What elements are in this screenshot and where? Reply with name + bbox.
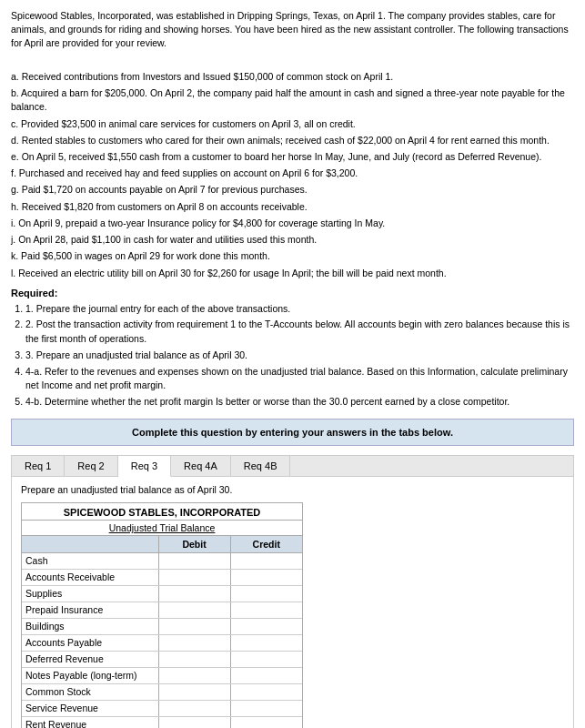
- credit-cell[interactable]: [230, 552, 302, 569]
- debit-cell[interactable]: [158, 700, 230, 716]
- table-row: Notes Payable (long-term): [22, 667, 302, 683]
- required-title: Required:: [11, 288, 574, 298]
- table-row: Common Stock: [22, 683, 302, 700]
- transaction-item-9: j. On April 28, paid $1,100 in cash for …: [11, 233, 574, 247]
- account-name-cell: Notes Payable (long-term): [22, 667, 158, 683]
- tab-content: Prepare an unadjusted trial balance as o…: [12, 477, 573, 728]
- debit-cell[interactable]: [158, 569, 230, 585]
- tab-req4a[interactable]: Req 4A: [171, 456, 231, 476]
- debit-cell[interactable]: [158, 618, 230, 634]
- table-row: Prepaid Insurance: [22, 602, 302, 618]
- required-item-4: 4-b. Determine whether the net profit ma…: [25, 395, 574, 410]
- tabs-container: Req 1Req 2Req 3Req 4AReq 4B Prepare an u…: [11, 455, 574, 728]
- account-name-cell: Accounts Receivable: [22, 569, 158, 585]
- transactions-list: a. Received contributions from Investors…: [11, 70, 574, 280]
- account-name-cell: Deferred Revenue: [22, 651, 158, 667]
- tab-req2[interactable]: Req 2: [65, 456, 117, 476]
- credit-cell[interactable]: [230, 683, 302, 700]
- transaction-item-5: f. Purchased and received hay and feed s…: [11, 167, 574, 180]
- table-row: Supplies: [22, 585, 302, 602]
- header-debit: Debit: [158, 536, 230, 553]
- debit-cell[interactable]: [158, 716, 230, 728]
- tb-company-name: SPICEWOOD STABLES, INCORPORATED: [22, 503, 302, 521]
- trial-balance-wrapper: SPICEWOOD STABLES, INCORPORATED Unadjust…: [21, 502, 303, 728]
- debit-cell[interactable]: [158, 602, 230, 618]
- debit-cell[interactable]: [158, 651, 230, 667]
- account-name-cell: Service Revenue: [22, 700, 158, 716]
- header-account: [22, 536, 158, 553]
- table-row: Rent Revenue: [22, 716, 302, 728]
- credit-cell[interactable]: [230, 602, 302, 618]
- spacer: [11, 54, 574, 67]
- required-item-1: 2. Post the transaction activity from re…: [25, 318, 574, 347]
- transaction-item-4: e. On April 5, received $1,550 cash from…: [11, 150, 574, 164]
- table-header-row: Debit Credit: [22, 536, 302, 553]
- account-name-cell: Rent Revenue: [22, 716, 158, 728]
- trial-balance-table: Debit Credit CashAccounts ReceivableSupp…: [22, 536, 302, 728]
- required-item-3: 4-a. Refer to the revenues and expenses …: [25, 365, 574, 394]
- credit-cell[interactable]: [230, 667, 302, 683]
- debit-cell[interactable]: [158, 585, 230, 602]
- account-name-cell: Supplies: [22, 585, 158, 602]
- account-name-cell: Buildings: [22, 618, 158, 634]
- account-name-cell: Cash: [22, 552, 158, 569]
- transaction-item-8: i. On April 9, prepaid a two-year Insura…: [11, 217, 574, 230]
- credit-cell[interactable]: [230, 634, 302, 651]
- table-row: Buildings: [22, 618, 302, 634]
- credit-cell[interactable]: [230, 618, 302, 634]
- header-credit: Credit: [230, 536, 302, 553]
- tab-req4b[interactable]: Req 4B: [231, 456, 291, 476]
- table-row: Cash: [22, 552, 302, 569]
- complete-box: Complete this question by entering your …: [11, 419, 574, 446]
- transaction-item-1: b. Acquired a barn for $205,000. On Apri…: [11, 86, 574, 114]
- account-name-cell: Prepaid Insurance: [22, 602, 158, 618]
- intro-paragraph1: Spicewood Stables, Incorporated, was est…: [11, 9, 574, 51]
- tab-req1[interactable]: Req 1: [12, 456, 65, 476]
- transaction-item-10: k. Paid $6,500 in wages on April 29 for …: [11, 249, 574, 263]
- intro-text: Spicewood Stables, Incorporated, was est…: [11, 9, 574, 280]
- required-list: 1. Prepare the journal entry for each of…: [25, 302, 574, 410]
- table-row: Accounts Receivable: [22, 569, 302, 585]
- account-name-cell: Accounts Payable: [22, 634, 158, 651]
- table-row: Deferred Revenue: [22, 651, 302, 667]
- debit-cell[interactable]: [158, 683, 230, 700]
- tb-title: Unadjusted Trial Balance: [22, 521, 302, 536]
- debit-cell[interactable]: [158, 634, 230, 651]
- transaction-item-0: a. Received contributions from Investors…: [11, 70, 574, 84]
- required-item-0: 1. Prepare the journal entry for each of…: [25, 302, 574, 317]
- tabs-row: Req 1Req 2Req 3Req 4AReq 4B: [12, 456, 573, 477]
- page: Spicewood Stables, Incorporated, was est…: [0, 0, 585, 728]
- credit-cell[interactable]: [230, 569, 302, 585]
- complete-box-text: Complete this question by entering your …: [132, 427, 453, 438]
- transaction-item-2: c. Provided $23,500 in animal care servi…: [11, 117, 574, 131]
- tab-req3[interactable]: Req 3: [118, 456, 171, 477]
- table-row: Service Revenue: [22, 700, 302, 716]
- required-item-2: 3. Prepare an unadjusted trial balance a…: [25, 349, 574, 363]
- credit-cell[interactable]: [230, 585, 302, 602]
- transaction-item-11: l. Received an electric utility bill on …: [11, 267, 574, 280]
- account-name-cell: Common Stock: [22, 683, 158, 700]
- credit-cell[interactable]: [230, 651, 302, 667]
- credit-cell[interactable]: [230, 700, 302, 716]
- transaction-item-3: d. Rented stables to customers who cared…: [11, 134, 574, 147]
- debit-cell[interactable]: [158, 667, 230, 683]
- table-row: Accounts Payable: [22, 634, 302, 651]
- tab-instruction: Prepare an unadjusted trial balance as o…: [21, 484, 564, 495]
- required-section: Required: 1. Prepare the journal entry f…: [11, 288, 574, 410]
- credit-cell[interactable]: [230, 716, 302, 728]
- debit-cell[interactable]: [158, 552, 230, 569]
- transaction-item-6: g. Paid $1,720 on accounts payable on Ap…: [11, 183, 574, 197]
- transaction-item-7: h. Received $1,820 from customers on Apr…: [11, 200, 574, 214]
- trial-balance-body: CashAccounts ReceivableSuppliesPrepaid I…: [22, 552, 302, 728]
